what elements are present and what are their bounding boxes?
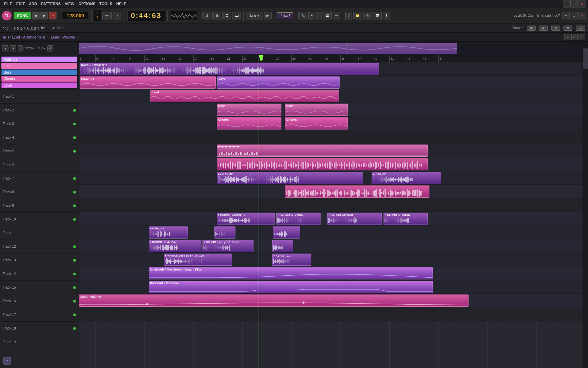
save-btn[interactable]: 💾: [323, 12, 332, 19]
add-track-icon[interactable]: +: [18, 45, 23, 51]
download-btn[interactable]: ⬇: [383, 12, 390, 19]
line-mode-select[interactable]: Line ▾: [246, 12, 263, 19]
track-row-18[interactable]: Lead - Volume: [79, 294, 583, 307]
playlist-close-btn[interactable]: ✕: [578, 34, 585, 40]
toolbar2-step[interactable]: ⊞: [527, 26, 536, 31]
win-max[interactable]: □: [571, 12, 577, 19]
chat-btn[interactable]: 💬: [373, 12, 382, 19]
plugin-btn[interactable]: 🔌: [363, 12, 372, 19]
clip-kairci-summer[interactable]: Kairci-SUMMER11 for(let i=0;i<180;i++){d…: [80, 63, 379, 75]
toolbar2-slip[interactable]: ↔: [576, 26, 585, 31]
clip-kai02-1[interactable]: ▸▸ KAI_02 for(let i=0;i<80;i++){document…: [217, 172, 363, 184]
clip-chords-1[interactable]: Chords: [217, 117, 281, 129]
clip-lead-volume[interactable]: Lead - Volume: [79, 294, 469, 307]
clip-bass-2[interactable]: Bass: [285, 104, 348, 116]
track-row-12[interactable]: ▸ KSHMR_Exhaust_0 for(let i=0;i<32;i++){…: [79, 212, 583, 226]
play-button[interactable]: ▶: [40, 12, 48, 19]
pattern-chords-chip[interactable]: Chords: [1, 76, 77, 82]
clip-kshmr-exhaust-2[interactable]: ▸ KSHMR_Exhaust for(let i=0;i<28;i++){do…: [327, 213, 382, 225]
track-row-2[interactable]: Pattern 1 Layer: [79, 76, 583, 89]
tracks-scrollable[interactable]: Kairci-SUMMER11 for(let i=0;i<180;i++){d…: [79, 62, 583, 368]
clip-track7[interactable]: ▸▸▸▸▸▸▸▸▸▸▸▸▸▸▸▸: [217, 144, 428, 157]
track-row-16[interactable]: OneKnob Filter Stereo - Lead - Filter: [79, 266, 583, 280]
clip-kairci-buildup[interactable]: ▸ KAIRCI_Build up Fx_06_128 for(let i=0;…: [164, 254, 232, 266]
menu-item-patterns[interactable]: PATTERNS: [39, 2, 63, 6]
track-row-19[interactable]: [79, 307, 583, 321]
zoom-out-btn[interactable]: -: [316, 12, 322, 19]
right-scrollbar[interactable]: [583, 42, 588, 368]
minimap[interactable]: [79, 42, 583, 55]
help-btn[interactable]: ?: [345, 12, 352, 19]
playlist-btn[interactable]: ≣: [222, 12, 231, 19]
track-row-4[interactable]: Bass Bass: [79, 103, 583, 117]
playlist-min-btn[interactable]: ─: [564, 34, 571, 40]
bpm-display[interactable]: 128.000: [62, 12, 89, 19]
pattern-lead-chip[interactable]: Lead: [1, 63, 77, 69]
track-row-5[interactable]: Chords Chords: [79, 117, 583, 130]
clip-track8[interactable]: for(let i=0;i<120;i++){document.write('<…: [217, 158, 428, 170]
win-min[interactable]: ─: [562, 12, 570, 19]
track-label-13[interactable]: Track 13: [0, 254, 79, 267]
track-row-8[interactable]: for(let i=0;i<120;i++){document.write('<…: [79, 157, 583, 171]
clip-layer[interactable]: Layer: [217, 76, 340, 89]
piano-btn[interactable]: 🎹: [232, 12, 241, 19]
track-label-6[interactable]: Track 6: [0, 158, 79, 172]
track-row-13[interactable]: ▸ KSH__02 for(let i=0;i<20;i++){document…: [79, 226, 583, 239]
track-label-2[interactable]: Track 2: [0, 104, 79, 117]
track-label-9[interactable]: Track 9: [0, 199, 79, 213]
clip-bass-1[interactable]: Bass: [217, 104, 281, 116]
clip-track14-right[interactable]: for(let i=0;i<10;i++){document.write('<d…: [272, 240, 293, 252]
track-label-7[interactable]: Track 7: [0, 172, 79, 185]
clip-kshmr-clap[interactable]: ▸ KSHMR_C_rb_Clap for(let i=0;i<28;i++){…: [149, 240, 201, 252]
menu-item-help[interactable]: HELP: [114, 2, 128, 6]
track-label-10[interactable]: Track 10: [0, 213, 79, 226]
track-label-3[interactable]: Track 3: [0, 117, 79, 131]
song-mode-btn[interactable]: SONG: [14, 12, 31, 19]
step-sequencer-btn[interactable]: ≡≡: [102, 12, 112, 19]
menu-item-view[interactable]: VIEW: [63, 2, 76, 6]
track-label-8[interactable]: Track 8: [0, 185, 79, 199]
minimize-button[interactable]: ─: [563, 0, 571, 7]
menu-item-file[interactable]: FILE: [2, 2, 14, 6]
pattern-1-chip[interactable]: Pattern 1: [1, 57, 77, 62]
track-row-3[interactable]: Lead: [79, 89, 583, 103]
menu-item-add[interactable]: ADD: [27, 2, 39, 6]
snap-btn[interactable]: 🔧: [298, 12, 307, 19]
clip-kshm01[interactable]: ▸ KSHM__01 for(let i=0;i<20;i++){documen…: [272, 254, 311, 266]
step-up-btn[interactable]: ▲: [2, 45, 9, 51]
clip-chords-2[interactable]: Chords: [285, 117, 348, 129]
zoom-in-btn[interactable]: +: [308, 12, 315, 19]
mixer-btn[interactable]: 🎚: [202, 12, 211, 19]
browser-btn[interactable]: 📁: [353, 12, 362, 19]
clip-kickstart[interactable]: Kickstart - Mix level: [149, 281, 433, 293]
clip-lead[interactable]: Lead: [150, 90, 339, 102]
track-row-17[interactable]: Kickstart - Mix level: [79, 280, 583, 294]
track-row-15[interactable]: ▸ KAIRCI_Build up Fx_06_128 for(let i=0;…: [79, 253, 583, 266]
win-close[interactable]: ✕: [578, 12, 586, 19]
channel-rack-btn[interactable]: ▦: [212, 12, 221, 19]
clip-pattern1[interactable]: Pattern 1: [80, 76, 216, 89]
clip-kshmr-lon[interactable]: ▸ KSHMR_Lon_p_13_Clean for(let i=0;i<26;…: [202, 240, 254, 252]
clip-track13-right[interactable]: for(let i=0;i<14;i++){document.write('<d…: [273, 226, 300, 239]
menu-item-edit[interactable]: EDIT: [14, 2, 27, 6]
stop-button[interactable]: ■: [32, 12, 39, 19]
menu-item-options[interactable]: OPTIONS: [77, 2, 98, 6]
track-label-16[interactable]: Track 16: [0, 294, 79, 308]
track-row-14[interactable]: ▸ KSHMR_C_rb_Clap for(let i=0;i<28;i++){…: [79, 239, 583, 253]
clip-ksh02[interactable]: ▸ KSH__02 for(let i=0;i<20;i++){document…: [149, 226, 188, 239]
track-label-17[interactable]: Track 17: [0, 308, 79, 322]
maximize-button[interactable]: □: [571, 0, 578, 7]
menu-item-tools[interactable]: TOOLS: [97, 2, 114, 6]
track-label-1[interactable]: Track 1: [0, 90, 79, 104]
arrow-tool-btn[interactable]: ▶: [264, 12, 272, 19]
piano-roll-btn[interactable]: ♪: [113, 12, 122, 19]
pattern-layer-chip[interactable]: Layer: [1, 82, 77, 88]
toolbar2-draw[interactable]: ✏: [539, 26, 548, 31]
track-row-10[interactable]: for(let i=0;i<80;i++){document.write('<d…: [79, 185, 583, 198]
track-label-5[interactable]: Track 5: [0, 144, 79, 158]
add-track-button[interactable]: +: [3, 357, 11, 365]
clip-oneknob[interactable]: OneKnob Filter Stereo - Lead - Filter: [149, 267, 433, 279]
playlist-max-btn[interactable]: □: [571, 34, 578, 40]
track-label-12[interactable]: Track 12: [0, 240, 79, 254]
clip-kshmr-grainy-2[interactable]: ▸ KSHMR_S_Grainy for(let i=0;i<24;i++){d…: [383, 213, 428, 225]
